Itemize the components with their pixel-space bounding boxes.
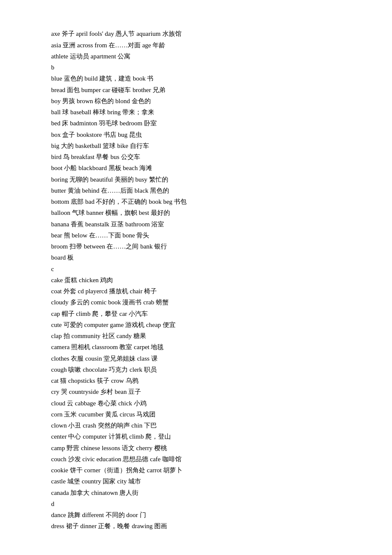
text-line: cry 哭 countryside 乡村 bean 豆子 <box>51 386 341 397</box>
text-line: box 盒子 bookstore 书店 bug 昆虫 <box>51 129 341 140</box>
text-line: d <box>51 498 341 509</box>
text-line: asia 亚洲 across from 在……对面 age 年龄 <box>51 40 341 51</box>
text-line: clothes 衣服 cousin 堂兄弟姐妹 class 课 <box>51 353 341 364</box>
content-block: axe 斧子 april fools' day 愚人节 aquarium 水族馆… <box>51 17 341 532</box>
text-line: banana 香蕉 beanstalk 豆茎 bathroom 浴室 <box>51 219 341 230</box>
text-line: butter 黄油 behind 在……后面 black 黑色的 <box>51 185 341 196</box>
text-line: b <box>51 62 341 73</box>
text-line: broom 扫帚 between 在……之间 bank 银行 <box>51 241 341 252</box>
text-line: couch 沙发 civic education 思想品德 cafe 咖啡馆 <box>51 454 341 465</box>
text-line: athlete 运动员 apartment 公寓 <box>51 51 341 62</box>
text-line: cute 可爱的 computer game 游戏机 cheap 便宜 <box>51 319 341 330</box>
text-line: cake 蛋糕 chicken 鸡肉 <box>51 275 341 286</box>
text-line: blue 蓝色的 build 建筑，建造 book 书 <box>51 73 341 84</box>
text-line: bottom 底部 bad 不好的，不正确的 book beg 书包 <box>51 196 341 207</box>
text-line: center 中心 computer 计算机 climb 爬，登山 <box>51 431 341 442</box>
text-line: c <box>51 263 341 275</box>
text-line: cookie 饼干 corner（街道）拐角处 carrot 胡萝卜 <box>51 465 341 476</box>
text-line: dress 裙子 dinner 正餐，晚餐 drawing 图画 <box>51 520 341 532</box>
text-line: cat 猫 chopsticks 筷子 crow 乌鸦 <box>51 375 341 386</box>
text-line: bed 床 badminton 羽毛球 bedroom 卧室 <box>51 118 341 129</box>
text-line: cloud 云 cabbage 卷心菜 chick 小鸡 <box>51 398 341 409</box>
text-line: canada 加拿大 chinatown 唐人街 <box>51 487 341 498</box>
text-line: cough 咳嗽 chocolate 巧克力 clerk 职员 <box>51 364 341 375</box>
text-line: board 板 <box>51 252 341 263</box>
text-line: boot 小船 blackboard 黑板 beach 海滩 <box>51 162 341 173</box>
text-line: big 大的 basketball 篮球 bike 自行车 <box>51 140 341 151</box>
text-line: boy 男孩 brown 棕色的 blond 金色的 <box>51 95 341 107</box>
text-line: cap 帽子 climb 爬，攀登 car 小汽车 <box>51 308 341 319</box>
text-line: ball 球 baseball 棒球 bring 带来；拿来 <box>51 107 341 118</box>
text-line: bird 鸟 breakfast 早餐 bus 公交车 <box>51 151 341 162</box>
text-line: boring 无聊的 beautiful 美丽的 busy 繁忙的 <box>51 174 341 185</box>
text-line: camp 野营 chinese lessons 语文 cherry 樱桃 <box>51 442 341 454</box>
text-line: clap 拍 community 社区 candy 糖果 <box>51 330 341 341</box>
text-line: dance 跳舞 different 不同的 door 门 <box>51 509 341 520</box>
text-line: coat 外套 cd playercd 播放机 chair 椅子 <box>51 286 341 297</box>
text-line: axe 斧子 april fools' day 愚人节 aquarium 水族馆 <box>51 28 341 39</box>
text-line: clown 小丑 crash 突然的响声 chin 下巴 <box>51 420 341 431</box>
text-line: balloon 气球 banner 横幅，旗帜 best 最好的 <box>51 207 341 218</box>
text-line: bread 面包 bumper car 碰碰车 brother 兄弟 <box>51 84 341 95</box>
text-line: camera 照相机 classroom 教室 carpet 地毯 <box>51 341 341 353</box>
text-line: corn 玉米 cucumber 黄瓜 circus 马戏团 <box>51 409 341 420</box>
text-line: castle 城堡 country 国家 city 城市 <box>51 476 341 487</box>
text-line: cloudy 多云的 comic book 漫画书 crab 螃蟹 <box>51 297 341 308</box>
text-line: bear 熊 below 在……下面 bone 骨头 <box>51 230 341 241</box>
